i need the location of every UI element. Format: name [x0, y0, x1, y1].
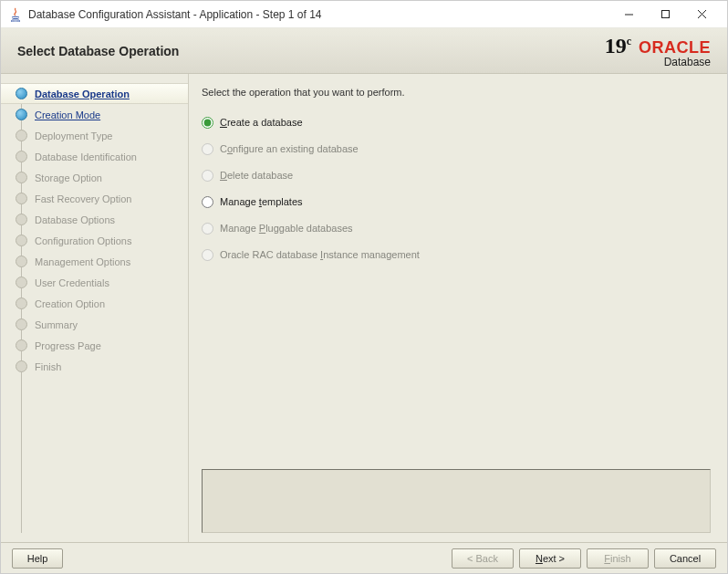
svg-rect-2: [661, 11, 669, 18]
help-button[interactable]: Help: [12, 548, 63, 569]
step-bullet-icon: [16, 339, 27, 351]
window-title: Database Configuration Assistant - Appli…: [28, 8, 610, 21]
finish-button[interactable]: Finish: [587, 548, 649, 569]
next-button[interactable]: Next >: [519, 548, 581, 569]
titlebar: Database Configuration Assistant - Appli…: [1, 1, 727, 28]
step-label: Storage Option: [35, 172, 102, 183]
operation-radio-group: Create a databaseConfigure an existing d…: [202, 110, 711, 269]
operation-radio: [202, 223, 213, 235]
step-bullet-icon: [16, 214, 27, 225]
operation-radio: [202, 170, 213, 182]
page-title: Select Database Operation: [17, 44, 605, 58]
step-label[interactable]: Creation Mode: [35, 110, 100, 120]
step-bullet-icon: [16, 360, 27, 372]
svg-point-0: [11, 20, 20, 22]
step-label: Summary: [35, 319, 78, 330]
step-bullet-icon: [16, 172, 27, 183]
wizard-step-3: Database Identification: [1, 146, 188, 167]
step-label: Progress Page: [35, 340, 101, 351]
instruction-text: Select the operation that you want to pe…: [202, 87, 711, 98]
step-label: Management Options: [35, 256, 130, 267]
wizard-step-6: Database Options: [1, 209, 188, 230]
step-label: Creation Option: [35, 298, 105, 309]
brand-sublabel: Database: [664, 56, 711, 68]
operation-label: Configure an existing database: [220, 143, 359, 154]
step-label: Finish: [35, 361, 61, 372]
operation-label: Delete database: [220, 170, 293, 181]
step-bullet-icon: [16, 193, 27, 204]
help-text-area: [202, 469, 711, 533]
wizard-step-11: Summary: [1, 314, 188, 335]
operation-option-5: Oracle RAC database Instance management: [202, 243, 711, 266]
app-window: Database Configuration Assistant - Appli…: [0, 0, 728, 574]
operation-option-0[interactable]: Create a database: [202, 110, 711, 134]
wizard-step-9: User Credentials: [1, 272, 188, 293]
step-label: Database Options: [35, 214, 115, 225]
wizard-step-4: Storage Option: [1, 167, 188, 188]
window-controls: [610, 4, 720, 26]
java-icon: [8, 7, 23, 22]
wizard-step-7: Configuration Options: [1, 230, 188, 251]
step-bullet-icon: [16, 235, 27, 246]
step-label: Database Identification: [35, 151, 137, 162]
body: Database OperationCreation ModeDeploymen…: [1, 74, 727, 542]
operation-radio: [202, 143, 213, 155]
operation-label: Manage Pluggable databases: [220, 223, 353, 234]
main-panel: Select the operation that you want to pe…: [188, 74, 727, 542]
step-bullet-icon: [16, 318, 27, 330]
wizard-step-5: Fast Recovery Option: [1, 188, 188, 209]
step-bullet-icon: [16, 88, 27, 99]
close-button[interactable]: [683, 4, 720, 26]
brand-label: ORACLE: [639, 38, 711, 57]
step-bullet-icon: [16, 109, 27, 120]
operation-radio[interactable]: [202, 196, 213, 208]
step-label: Fast Recovery Option: [35, 193, 131, 204]
wizard-sidebar: Database OperationCreation ModeDeploymen…: [1, 74, 188, 542]
maximize-button[interactable]: [647, 4, 683, 26]
operation-option-3[interactable]: Manage templates: [202, 190, 711, 214]
wizard-step-10: Creation Option: [1, 293, 188, 314]
step-bullet-icon: [16, 277, 27, 288]
operation-option-1: Configure an existing database: [202, 137, 711, 161]
footer-bar: Help < Back Next > Finish Cancel: [1, 542, 727, 573]
cancel-button[interactable]: Cancel: [654, 548, 716, 569]
wizard-step-1[interactable]: Creation Mode: [1, 104, 188, 125]
header-band: Select Database Operation 19c ORACLE Dat…: [1, 28, 727, 74]
step-bullet-icon: [16, 130, 27, 141]
step-label: User Credentials: [35, 277, 109, 288]
step-bullet-icon: [16, 256, 27, 267]
wizard-step-2: Deployment Type: [1, 125, 188, 146]
operation-label: Create a database: [220, 117, 303, 128]
version-label: 19c: [605, 34, 631, 58]
minimize-button[interactable]: [610, 4, 647, 26]
operation-radio: [202, 249, 213, 261]
back-button[interactable]: < Back: [452, 548, 514, 569]
operation-option-4: Manage Pluggable databases: [202, 216, 711, 240]
operation-radio[interactable]: [202, 117, 213, 129]
oracle-logo: 19c ORACLE Database: [605, 34, 711, 68]
wizard-step-0[interactable]: Database Operation: [1, 83, 188, 104]
wizard-step-12: Progress Page: [1, 335, 188, 356]
step-bullet-icon: [16, 297, 27, 309]
operation-option-2: Delete database: [202, 163, 711, 187]
wizard-step-13: Finish: [1, 356, 188, 377]
step-bullet-icon: [16, 151, 27, 162]
wizard-steps: Database OperationCreation ModeDeploymen…: [1, 83, 188, 377]
wizard-step-8: Management Options: [1, 251, 188, 272]
operation-label: Oracle RAC database Instance management: [220, 249, 420, 260]
step-label: Deployment Type: [35, 130, 112, 141]
step-label[interactable]: Database Operation: [35, 89, 130, 99]
step-label: Configuration Options: [35, 235, 131, 246]
operation-label: Manage templates: [220, 196, 303, 207]
